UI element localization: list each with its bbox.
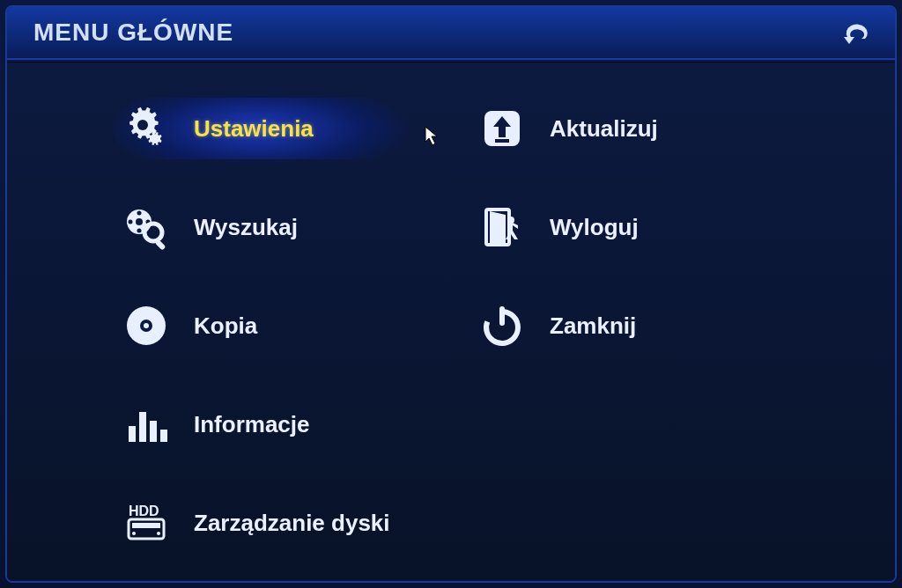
- window-header: MENU GŁÓWNE: [7, 7, 895, 60]
- svg-rect-19: [139, 412, 146, 442]
- svg-point-25: [132, 532, 136, 535]
- menu-item-label: Ustawienia: [194, 115, 314, 143]
- svg-point-9: [144, 224, 162, 241]
- menu-item-shutdown[interactable]: Zamknij: [469, 295, 789, 356]
- svg-rect-23: [129, 519, 164, 539]
- svg-text:HDD: HDD: [129, 503, 159, 518]
- power-icon: [479, 303, 525, 349]
- cursor-icon: [425, 126, 440, 147]
- menu-item-label: Wyloguj: [550, 214, 639, 241]
- svg-point-4: [136, 218, 143, 225]
- menu-item-label: Kopia: [194, 312, 257, 340]
- gear-icon: [123, 106, 169, 151]
- main-window: MENU GŁÓWNE Ustawieni: [5, 5, 897, 583]
- upload-arrow-icon: [479, 106, 525, 151]
- disc-icon: [123, 303, 169, 349]
- menu-item-search[interactable]: Wyszukaj: [113, 196, 433, 258]
- menu-item-label: Zamknij: [550, 312, 636, 340]
- window-title: MENU GŁÓWNE: [33, 18, 233, 47]
- svg-point-5: [137, 211, 142, 216]
- menu-item-label: Wyszukaj: [194, 214, 298, 241]
- menu-grid: Ustawienia Aktualizuj: [7, 98, 895, 554]
- menu-item-settings[interactable]: Ustawienia: [113, 98, 433, 159]
- back-arrow-icon: [840, 18, 872, 49]
- bar-chart-icon: [123, 401, 169, 447]
- menu-item-logout[interactable]: Wyloguj: [469, 196, 789, 258]
- svg-rect-24: [132, 523, 160, 528]
- svg-rect-2: [495, 139, 509, 143]
- menu-item-diskmgmt[interactable]: HDD Zarządzanie dyski: [113, 492, 433, 554]
- svg-point-0: [137, 120, 148, 130]
- svg-rect-17: [499, 306, 505, 326]
- svg-point-26: [157, 532, 160, 535]
- svg-rect-18: [129, 426, 136, 442]
- menu-item-info[interactable]: Informacje: [113, 393, 433, 455]
- hdd-icon: HDD: [123, 500, 169, 546]
- svg-point-6: [137, 229, 142, 233]
- menu-item-label: Informacje: [194, 411, 310, 438]
- svg-point-15: [144, 323, 149, 328]
- menu-body: Ustawienia Aktualizuj: [7, 62, 895, 581]
- menu-item-update[interactable]: Aktualizuj: [469, 98, 789, 159]
- film-search-icon: [123, 204, 169, 250]
- grid-empty-cell: [469, 393, 789, 455]
- svg-point-7: [129, 220, 133, 224]
- menu-item-copy[interactable]: Kopia: [113, 295, 433, 356]
- back-button[interactable]: [839, 18, 874, 49]
- menu-item-label: Zarządzanie dyski: [194, 510, 390, 537]
- menu-item-label: Aktualizuj: [550, 115, 658, 143]
- svg-rect-21: [160, 430, 167, 442]
- logout-door-icon: [479, 204, 525, 250]
- svg-rect-20: [150, 421, 157, 442]
